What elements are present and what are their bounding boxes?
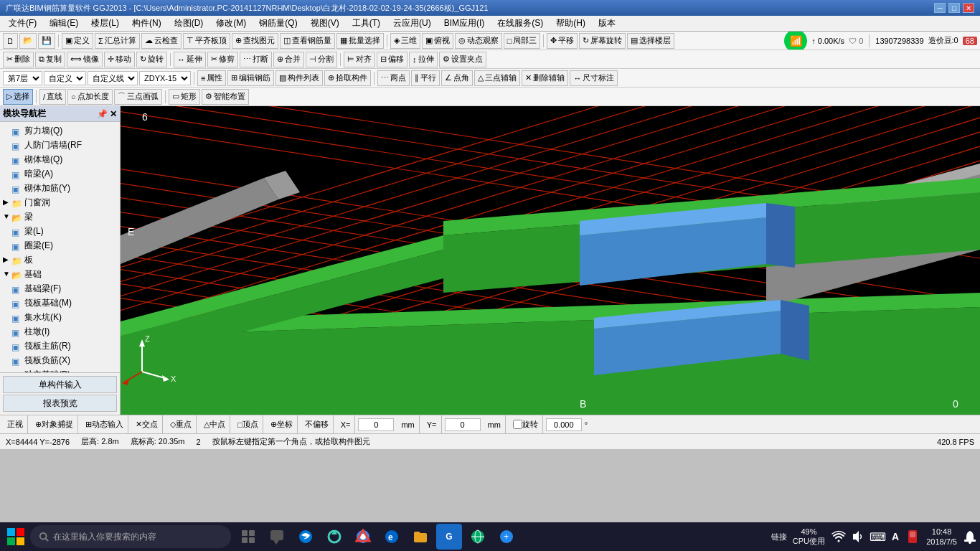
pointlen-btn[interactable]: ○ 点加长度: [67, 89, 113, 105]
menu-item-[interactable]: 版本: [593, 16, 621, 31]
offset-btn[interactable]: ⊟ 偏移: [377, 52, 407, 67]
maximize-button[interactable]: □: [948, 3, 960, 13]
tree-item-ringbeam[interactable]: ▣ 圈梁(E): [0, 238, 120, 253]
taskbar-icon-edge[interactable]: [293, 524, 319, 550]
menu-item-s[interactable]: 在线服务(S): [491, 16, 549, 31]
tree-item-foundbeam[interactable]: ▣ 基础梁(F): [0, 281, 120, 296]
menu-item-u[interactable]: 云应用(U): [387, 16, 437, 31]
tree-item-colbase[interactable]: ▣ 柱墩(I): [0, 324, 120, 339]
calc-btn[interactable]: Σ 汇总计算: [95, 33, 140, 49]
open-btn[interactable]: 📂: [19, 33, 37, 49]
taskbar-icon-chrome[interactable]: [350, 524, 376, 550]
pan-btn[interactable]: ✥ 平移: [547, 33, 578, 49]
merge-btn[interactable]: ⊕ 合并: [273, 52, 304, 67]
tree-item-raftrebar[interactable]: ▣ 筏板主筋(R): [0, 339, 120, 353]
menu-item-m[interactable]: 修改(M): [210, 16, 252, 31]
new-btn[interactable]: 🗋: [3, 33, 18, 49]
editrebar-btn[interactable]: ⊞ 编辑钢筋: [227, 70, 274, 86]
rotate-input[interactable]: [546, 418, 582, 431]
threearc-btn[interactable]: ⌒ 三点画弧: [114, 89, 162, 105]
taskbar-search[interactable]: 在这里输入你要搜索的内容: [30, 525, 231, 548]
dynamic-btn[interactable]: ⊞动态输入: [81, 415, 128, 433]
sidebar-pin[interactable]: 📌 ✕: [97, 109, 117, 119]
select-tool-btn[interactable]: ▷ 选择: [3, 89, 33, 105]
cross-btn[interactable]: ✕交点: [131, 415, 163, 433]
extend-btn[interactable]: ↔ 延伸: [174, 52, 206, 67]
tree-item-masonryrebar[interactable]: ▣ 砌体加筋(Y): [0, 181, 120, 195]
menu-item-h[interactable]: 帮助(H): [550, 16, 591, 31]
endpoint-btn[interactable]: ◇重点: [166, 415, 197, 433]
setlock-btn[interactable]: ⚙ 设置夹点: [439, 52, 486, 67]
rotate-check[interactable]: [513, 420, 522, 429]
noshift-btn[interactable]: 不偏移: [301, 415, 334, 433]
tree-item-raftnegreebar[interactable]: ▣ 筏板负筋(X): [0, 353, 120, 367]
stretch-btn[interactable]: ↕ 拉伸: [409, 52, 438, 67]
rotate-btn[interactable]: ↻ 旋转: [136, 52, 167, 67]
tree-item-sumppit[interactable]: ▣ 集水坑(K): [0, 310, 120, 324]
tree-item-beam-l[interactable]: ▣ 梁(L): [0, 224, 120, 238]
floortype-select[interactable]: 自定义: [44, 71, 86, 85]
linetype-select[interactable]: 自定义线: [88, 71, 138, 85]
tree-item-raftfound[interactable]: ▣ 筏板基础(M): [0, 296, 120, 310]
close-button[interactable]: ✕: [963, 3, 974, 13]
flat-top-btn[interactable]: ⊤ 平齐板顶: [183, 33, 230, 49]
tree-item-masonry[interactable]: ▣ 砌体墙(Q): [0, 152, 120, 166]
tree-item-qiangwall[interactable]: ▣ 剪力墙(Q): [0, 123, 120, 138]
local3-btn[interactable]: □ 局部三: [504, 33, 541, 49]
tree-expand-foundation[interactable]: ▼: [3, 268, 11, 281]
3d-viewport[interactable]: Z X Y 6 E B 0: [121, 106, 980, 415]
taskbar-icon-taskview[interactable]: [235, 524, 261, 550]
trim-btn[interactable]: ✂ 修剪: [207, 52, 238, 67]
tree-item-isolatedfound[interactable]: ▣ 独立基础(P): [0, 367, 120, 372]
start-button[interactable]: [3, 524, 29, 550]
dotangle-btn[interactable]: ∠ 点角: [441, 70, 473, 86]
tree-item-rfwall[interactable]: ▣ 人防门墙墙(RF: [0, 138, 120, 152]
floor-select[interactable]: 第7层: [3, 71, 42, 85]
copy-btn[interactable]: ⧉ 复制: [35, 52, 65, 67]
midpoint-btn[interactable]: △中点: [199, 415, 230, 433]
view-rebar-btn[interactable]: ◫ 查看钢筋量: [280, 33, 335, 49]
dynamic-obs-btn[interactable]: ◎ 动态观察: [455, 33, 502, 49]
menu-item-n[interactable]: 构件(N): [126, 16, 167, 31]
split-btn[interactable]: ⊣ 分割: [306, 52, 337, 67]
tree-expand-beam[interactable]: ▼: [3, 210, 11, 223]
menu-item-v[interactable]: 视图(V): [305, 16, 345, 31]
minimize-button[interactable]: ─: [934, 3, 946, 13]
y-coord-input[interactable]: [445, 418, 481, 431]
screen-rotate-btn[interactable]: ↻ 屏幕旋转: [579, 33, 626, 49]
twopoints-btn[interactable]: ⋯ 两点: [377, 70, 410, 86]
threed-btn[interactable]: ◈ 三维: [390, 33, 420, 49]
parallel-btn[interactable]: ∥ 平行: [411, 70, 440, 86]
single-part-btn[interactable]: 单构件输入: [3, 376, 117, 393]
find-elem-btn[interactable]: ⊕ 查找图元: [232, 33, 278, 49]
tree-item-anbeam[interactable]: ▣ 暗梁(A): [0, 166, 120, 181]
tree-item-beam[interactable]: ▼ 📂 梁: [0, 209, 120, 224]
taskbar-icon-globe[interactable]: [465, 524, 491, 550]
taskbar-icon-ie[interactable]: e: [379, 524, 405, 550]
zhengshi-btn[interactable]: 正视: [3, 415, 28, 433]
tree-expand-slab[interactable]: ▶: [3, 253, 11, 266]
cloud-check-btn[interactable]: ☁ 云检查: [141, 33, 182, 49]
save-btn[interactable]: 💾: [38, 33, 55, 49]
rect-tool-btn[interactable]: ▭ 矩形: [169, 89, 200, 105]
menu-item-l[interactable]: 楼层(L): [85, 16, 125, 31]
delete-btn[interactable]: ✂ 删除: [3, 52, 34, 67]
dimmark-btn[interactable]: ↔ 尺寸标注: [570, 70, 618, 86]
taskbar-icon-chat[interactable]: [264, 524, 290, 550]
notification-icon[interactable]: [963, 529, 977, 544]
menu-item-e[interactable]: 编辑(E): [44, 16, 84, 31]
menu-item-f[interactable]: 文件(F): [3, 16, 42, 31]
menu-item-d[interactable]: 绘图(D): [169, 16, 209, 31]
rotate-checkbox[interactable]: 旋转: [509, 415, 543, 433]
line-tool-btn[interactable]: / 直线: [39, 89, 66, 105]
batch-select-btn[interactable]: ▦ 批量选择: [336, 33, 384, 49]
props-btn[interactable]: ≡ 属性: [197, 70, 226, 86]
define-btn[interactable]: ▣ 定义: [62, 33, 93, 49]
snap-btn[interactable]: ⊕对象捕捉: [31, 415, 78, 433]
x-coord-input[interactable]: [358, 418, 394, 431]
tree-expand-doors[interactable]: ▶: [3, 196, 11, 209]
move-btn[interactable]: ✛ 移动: [104, 52, 135, 67]
align-btn[interactable]: ⊨ 对齐: [344, 52, 375, 67]
coord-btn[interactable]: ⊕坐标: [266, 415, 298, 433]
topview-btn[interactable]: ▣ 俯视: [422, 33, 453, 49]
